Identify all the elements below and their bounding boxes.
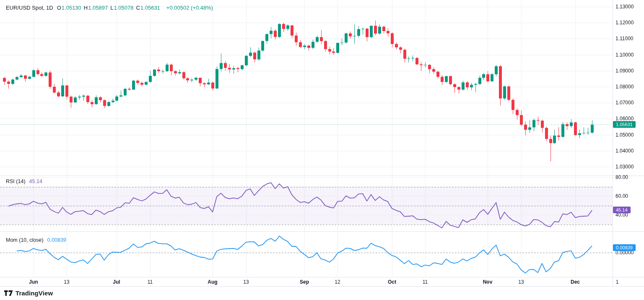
time-axis-label: 13 bbox=[64, 277, 69, 287]
momentum-legend[interactable]: Mom (10, close) 0.00839 bbox=[6, 237, 66, 243]
time-axis-label: 11 bbox=[148, 277, 153, 287]
momentum-value: 0.00839 bbox=[47, 237, 66, 243]
rsi-axis-label: 80.00 bbox=[615, 174, 628, 180]
change-value: +0.00502 (+0.48%) bbox=[166, 5, 213, 11]
main-legend[interactable]: EUR/USD Spot, 1D O1.05130H1.05897L1.0507… bbox=[6, 5, 213, 11]
ohlc-item-c: C1.05631 bbox=[136, 5, 160, 11]
momentum-title[interactable]: Mom (10, close) bbox=[6, 237, 44, 243]
price-axis-label: 1.13000 bbox=[615, 4, 634, 10]
price-axis-label: 1.11000 bbox=[615, 36, 634, 41]
time-axis-label: Dec bbox=[571, 277, 580, 287]
time-axis-label: 11 bbox=[423, 277, 428, 287]
tradingview-logo-icon bbox=[4, 290, 13, 296]
price-axis-label: 1.03000 bbox=[615, 164, 634, 170]
chart-window: EUR/USD Spot, 1D O1.05130H1.05897L1.0507… bbox=[0, 0, 644, 300]
price-axis-label: 1.08000 bbox=[615, 84, 634, 90]
time-axis-label: Jul bbox=[113, 277, 120, 287]
price-axis-label: 1.05000 bbox=[615, 132, 634, 138]
last-price-badge: 1.05631 bbox=[613, 121, 636, 128]
price-scale[interactable]: 1.130001.120001.110001.100001.090001.080… bbox=[613, 0, 644, 300]
ohlc-values: O1.05130H1.05897L1.05078C1.05631 bbox=[57, 5, 163, 11]
mom-value-badge: 0.00839 bbox=[613, 244, 636, 251]
time-axis-label: Nov bbox=[483, 277, 493, 287]
price-axis-label: 1.09000 bbox=[615, 68, 634, 74]
time-axis-label: Aug bbox=[208, 277, 217, 287]
time-scale[interactable]: Jun13Jul11Aug13Sep12Oct11Nov13Dec1 bbox=[0, 277, 644, 287]
ohlc-item-h: H1.05897 bbox=[84, 5, 108, 11]
time-axis-label: 1 bbox=[616, 277, 619, 287]
rsi-legend[interactable]: RSI (14) 45.14 bbox=[6, 178, 42, 184]
tradingview-logo-text: TradingView bbox=[16, 290, 53, 297]
price-axis-label: 1.12000 bbox=[615, 20, 634, 26]
chart-canvas[interactable] bbox=[0, 0, 644, 300]
time-axis-label: Oct bbox=[388, 277, 396, 287]
price-axis-label: 1.04000 bbox=[615, 148, 634, 154]
time-axis-label: 13 bbox=[243, 277, 249, 287]
ohlc-item-o: O1.05130 bbox=[57, 5, 81, 11]
price-axis-label: 1.07000 bbox=[615, 100, 634, 106]
tradingview-logo[interactable]: TradingView bbox=[4, 290, 53, 297]
rsi-value-badge: 45.14 bbox=[613, 207, 631, 213]
rsi-axis-label: 60.00 bbox=[615, 193, 628, 199]
time-axis-label: Jun bbox=[29, 277, 38, 287]
rsi-title[interactable]: RSI (14) bbox=[6, 178, 26, 184]
rsi-value: 45.14 bbox=[29, 178, 42, 184]
time-axis-label: Sep bbox=[300, 277, 309, 287]
time-axis-label: 12 bbox=[335, 277, 340, 287]
time-axis-label: 13 bbox=[518, 277, 524, 287]
ohlc-item-l: L1.05078 bbox=[110, 5, 133, 11]
price-axis-label: 1.10000 bbox=[615, 52, 634, 58]
price-axis-label: 1.06000 bbox=[615, 116, 634, 122]
symbol-title[interactable]: EUR/USD Spot, 1D bbox=[6, 5, 53, 11]
